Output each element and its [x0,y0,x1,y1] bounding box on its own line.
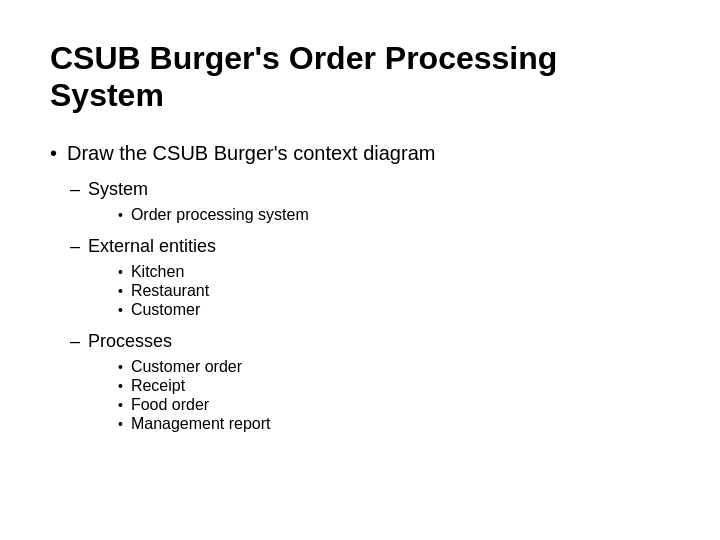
external-item-0: Kitchen [131,263,184,281]
bullet-dot: • [118,359,123,375]
section-system: – System • Order processing system [70,179,670,224]
section-external: – External entities • Kitchen • Restaura… [70,236,670,319]
external-item-2: Customer [131,301,200,319]
list-item: • Food order [118,396,670,414]
process-item-2: Food order [131,396,209,414]
main-bullet-text: Draw the CSUB Burger's context diagram [67,142,435,165]
process-item-0: Customer order [131,358,242,376]
external-item-1: Restaurant [131,282,209,300]
bullet-dot: • [118,378,123,394]
bullet-dot: • [118,397,123,413]
list-item: • Customer order [118,358,670,376]
main-bullet-dot: • [50,142,57,165]
section-external-bullets: • Kitchen • Restaurant • Customer [118,263,670,319]
main-bullet-item: • Draw the CSUB Burger's context diagram [50,142,670,165]
bullet-dot: • [118,416,123,432]
dash-icon: – [70,179,80,200]
section-processes-bullets: • Customer order • Receipt • Food order … [118,358,670,433]
section-system-label: System [88,179,148,200]
section-external-header: – External entities [70,236,670,257]
bullet-dot: • [118,283,123,299]
bullet-dot: • [118,264,123,280]
section-system-header: – System [70,179,670,200]
list-item: • Management report [118,415,670,433]
slide-title: CSUB Burger's Order Processing System [50,40,670,114]
content: • Draw the CSUB Burger's context diagram… [50,142,670,433]
bullet-dot: • [118,302,123,318]
list-item: • Kitchen [118,263,670,281]
section-processes-label: Processes [88,331,172,352]
sub-sections: – System • Order processing system – Ext… [70,179,670,433]
bullet-dot: • [118,207,123,223]
slide: CSUB Burger's Order Processing System • … [0,0,720,540]
section-external-label: External entities [88,236,216,257]
list-item: • Order processing system [118,206,670,224]
dash-icon: – [70,331,80,352]
list-item: • Receipt [118,377,670,395]
process-item-3: Management report [131,415,271,433]
dash-icon: – [70,236,80,257]
section-system-bullets: • Order processing system [118,206,670,224]
list-item: • Customer [118,301,670,319]
system-item-0: Order processing system [131,206,309,224]
section-processes: – Processes • Customer order • Receipt •… [70,331,670,433]
process-item-1: Receipt [131,377,185,395]
list-item: • Restaurant [118,282,670,300]
section-processes-header: – Processes [70,331,670,352]
